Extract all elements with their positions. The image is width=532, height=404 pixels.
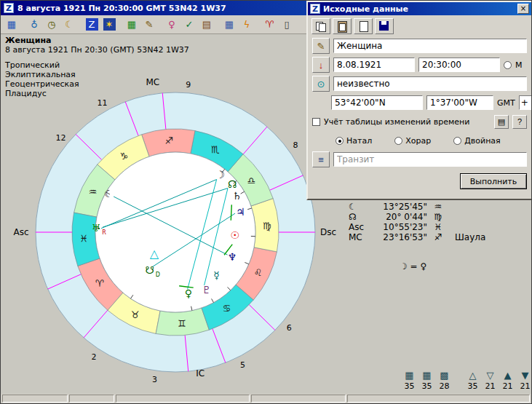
dialog-close-button[interactable]: × <box>517 4 529 14</box>
pluto-glyph: ♇ <box>202 284 212 296</box>
lightning-icon: ϟ <box>241 18 253 31</box>
lilith-sign: ♒ <box>430 202 446 212</box>
calc-icon: ▦ <box>6 18 18 31</box>
z-window-button[interactable]: Z <box>83 17 100 33</box>
date-input[interactable] <box>333 58 415 72</box>
house-number-11: 11 <box>98 98 108 108</box>
z-window-icon: Z <box>86 18 98 31</box>
counter-icon: ▩ <box>440 369 448 381</box>
help-button[interactable]: ? <box>512 115 527 129</box>
venus-glyph: ♀ <box>185 288 192 299</box>
pencil-icon: ✎ <box>317 41 325 52</box>
counter-2-1: △35 <box>466 369 480 391</box>
copy-button[interactable] <box>311 18 330 34</box>
transit-tool-button[interactable]: ≡ <box>312 151 330 167</box>
south-node-glyph: ☋ <box>146 264 154 276</box>
place-input[interactable] <box>333 76 527 91</box>
venus-icon: ♀ <box>166 18 178 31</box>
midheaven-sign: ♐ <box>430 232 446 242</box>
horar-radio-option[interactable]: Хорар <box>394 136 431 146</box>
time-change-table-checkbox[interactable] <box>312 118 320 126</box>
chart-type-radio-group: НаталХорарДвойная <box>336 132 527 148</box>
longitude-input[interactable] <box>426 95 493 110</box>
counter-icon: ▼ <box>522 369 529 381</box>
natal-radio-label: Натал <box>346 136 372 146</box>
counter-icon: ▦ <box>422 369 431 381</box>
counter-group-2: △35▽21▲21▼21 <box>466 369 532 391</box>
down-arrow-icon: ↓ <box>319 60 324 71</box>
paste-icon <box>338 21 346 31</box>
lilith-symbol: ☾ <box>349 202 372 212</box>
name-input[interactable] <box>333 39 527 53</box>
lilith-position-row: ☾13°25'45"♒ <box>349 202 485 212</box>
midheaven-symbol: MC <box>349 232 372 242</box>
horar-radio-label: Хорар <box>405 136 431 146</box>
pisces-glyph: ♓ <box>79 233 88 244</box>
sagittarius-glyph: ♐ <box>164 135 173 146</box>
lightning-button[interactable]: ϟ <box>238 17 255 33</box>
scorpio-glyph: ♏ <box>211 144 220 155</box>
execute-button[interactable]: Выполнить <box>460 173 527 189</box>
gmt-label: GMT <box>497 98 515 108</box>
lilith-glyph: ☾ <box>104 188 114 199</box>
sheet-icon: ▯ <box>281 18 293 31</box>
edit-button[interactable]: ✎ <box>140 17 158 33</box>
local-time-radio[interactable] <box>504 61 512 69</box>
status-bar <box>1 394 531 403</box>
double-radio-option[interactable]: Двойная <box>453 136 501 146</box>
time-input[interactable] <box>418 58 500 72</box>
eu-flag-icon: ✶ <box>103 18 116 31</box>
double-radio-label: Двойная <box>464 136 501 146</box>
time-table-button[interactable]: ▤ <box>494 115 509 129</box>
ascendant-position-row: Asc10°55'23"♓ <box>349 222 485 232</box>
moon-button[interactable]: ☾ <box>60 17 78 33</box>
natal-radio-option[interactable]: Натал <box>336 136 372 146</box>
house-number-3: 3 <box>152 375 157 384</box>
place-tool-button[interactable]: ⊙ <box>312 76 330 92</box>
book-icon: ▤ <box>201 18 213 31</box>
moon-venus-note: ☽ = ♀ <box>400 261 426 272</box>
counter-group-1: ▦35▦35▩28 <box>402 369 451 391</box>
save-button[interactable] <box>375 18 394 34</box>
edit-name-button[interactable]: ✎ <box>312 38 330 54</box>
date-tool-button[interactable]: ↓ <box>312 57 330 73</box>
counter-value: 35 <box>405 381 415 391</box>
counter-icon: △ <box>469 369 477 381</box>
house-number-8: 8 <box>293 140 298 150</box>
mc-label: MC <box>146 77 160 87</box>
eu-flag-button[interactable]: ✶ <box>100 17 118 33</box>
virgo-glyph: ♍ <box>263 221 271 231</box>
check-button[interactable]: ✓ <box>180 17 198 33</box>
midheaven-degrees: 23°16'53" <box>372 232 427 242</box>
transit-input[interactable] <box>333 152 527 167</box>
paste-button[interactable] <box>333 18 352 34</box>
grid-button[interactable]: ▦ <box>221 17 238 33</box>
copy-icon <box>316 21 326 31</box>
time-change-table-label: Учёт таблицы изменений времени <box>324 117 469 127</box>
calc-button[interactable]: ▦ <box>3 17 20 33</box>
edit-icon: ✎ <box>143 18 156 31</box>
counter-icon: ▦ <box>405 369 413 381</box>
clock-icon: ◷ <box>46 18 58 31</box>
venus-button[interactable]: ♀ <box>163 17 180 33</box>
globe-button[interactable]: ♁ <box>25 17 43 33</box>
aries-button[interactable]: ♈ <box>261 17 278 33</box>
lilith-degrees: 13°25'45" <box>372 202 427 212</box>
aspect-arrow-1 <box>231 205 231 220</box>
counter-value: 21 <box>503 381 513 391</box>
clock-button[interactable]: ◷ <box>43 17 60 33</box>
app-logo-icon: Z <box>4 3 14 13</box>
new-button[interactable] <box>354 18 373 34</box>
counter-value: 21 <box>485 381 496 391</box>
counter-2-4: ▼21 <box>518 369 532 391</box>
north-node-sign: ♍ <box>430 212 446 222</box>
sheet-button[interactable]: ▯ <box>278 17 295 33</box>
counter-value: 21 <box>520 381 531 391</box>
midheaven-note: Шаула <box>455 232 485 242</box>
table-button[interactable]: ▦ <box>123 17 140 33</box>
latitude-input[interactable] <box>331 95 423 110</box>
book-button[interactable]: ▤ <box>198 17 215 33</box>
gmt-offset-input[interactable] <box>519 95 532 110</box>
dialog-toolbar <box>308 15 531 35</box>
counter-2-2: ▽21 <box>483 369 497 391</box>
